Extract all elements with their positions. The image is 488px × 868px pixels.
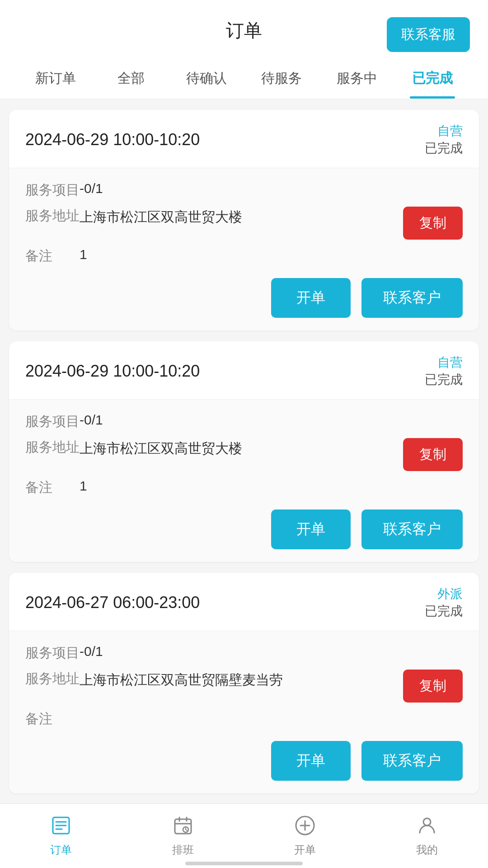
- address-value: 上海市松江区双高世贸大楼: [80, 207, 242, 227]
- address-label: 服务地址: [25, 438, 80, 457]
- note-row: 备注: [25, 710, 463, 728]
- mine-icon: [414, 813, 440, 838]
- home-indicator: [185, 862, 303, 865]
- order-list: 2024-06-29 10:00-10:20 自营 已完成 服务项目 -0/1 …: [0, 99, 488, 804]
- nav-item-orders[interactable]: 订单: [0, 804, 122, 868]
- copy-button[interactable]: 复制: [403, 207, 463, 240]
- order-header: 2024-06-29 10:00-10:20 自营 已完成: [9, 110, 479, 168]
- address-row: 服务地址 上海市松江区双高世贸大楼 复制: [25, 207, 463, 240]
- contact-customer-button[interactable]: 联系客户: [361, 278, 463, 318]
- address-label: 服务地址: [25, 670, 80, 688]
- action-row: 开单 联系客户: [25, 741, 463, 781]
- nav-item-mine[interactable]: 我的: [366, 804, 488, 868]
- tab-pending-service[interactable]: 待服务: [244, 57, 319, 99]
- order-meta: 自营 已完成: [425, 354, 463, 388]
- tab-in-service[interactable]: 服务中: [319, 57, 395, 99]
- order-card: 2024-06-27 06:00-23:00 外派 已完成 服务项目 -0/1 …: [9, 573, 479, 793]
- service-item-value: -0/1: [80, 644, 463, 659]
- page-title: 订单: [226, 18, 262, 43]
- order-header: 2024-06-27 06:00-23:00 外派 已完成: [9, 573, 479, 631]
- copy-button[interactable]: 复制: [403, 438, 463, 471]
- tab-new[interactable]: 新订单: [18, 57, 94, 99]
- service-item-row: 服务项目 -0/1: [25, 644, 463, 662]
- order-status: 已完成: [425, 140, 463, 157]
- nav-label-schedule: 排班: [172, 843, 194, 857]
- create-icon: [292, 813, 318, 838]
- schedule-icon: [170, 813, 196, 838]
- note-label: 备注: [25, 710, 80, 728]
- orders-icon: [48, 813, 74, 838]
- nav-item-schedule[interactable]: 排班: [122, 804, 244, 868]
- service-item-label: 服务项目: [25, 412, 80, 431]
- open-order-button[interactable]: 开单: [271, 509, 351, 549]
- action-row: 开单 联系客户: [25, 509, 463, 549]
- note-value: 1: [80, 247, 463, 262]
- contact-customer-button[interactable]: 联系客户: [361, 509, 463, 549]
- order-card: 2024-06-29 10:00-10:20 自营 已完成 服务项目 -0/1 …: [9, 341, 479, 562]
- service-item-label: 服务项目: [25, 181, 80, 199]
- address-label: 服务地址: [25, 207, 80, 225]
- service-item-value: -0/1: [80, 412, 463, 428]
- contact-customer-button[interactable]: 联系客户: [361, 741, 463, 781]
- nav-item-create[interactable]: 开单: [244, 804, 366, 868]
- nav-label-orders: 订单: [50, 843, 72, 857]
- tab-completed[interactable]: 已完成: [394, 57, 470, 99]
- order-datetime: 2024-06-29 10:00-10:20: [25, 362, 200, 381]
- open-order-button[interactable]: 开单: [271, 741, 351, 781]
- order-type: 自营: [425, 123, 463, 140]
- note-value: 1: [80, 478, 463, 494]
- contact-service-button[interactable]: 联系客服: [387, 17, 470, 52]
- nav-label-create: 开单: [294, 843, 316, 857]
- order-body: 服务项目 -0/1 服务地址 上海市松江区双高世贸大楼 复制 备注 1 开单 联…: [9, 400, 479, 562]
- address-value: 上海市松江区双高世贸隔壁麦当劳: [80, 670, 283, 690]
- order-meta: 自营 已完成: [425, 123, 463, 157]
- order-header: 2024-06-29 10:00-10:20 自营 已完成: [9, 341, 479, 400]
- tab-pending-confirm[interactable]: 待确认: [169, 57, 244, 99]
- nav-label-mine: 我的: [416, 843, 438, 857]
- address-row: 服务地址 上海市松江区双高世贸大楼 复制: [25, 438, 463, 471]
- svg-rect-4: [175, 819, 191, 834]
- order-body: 服务项目 -0/1 服务地址 上海市松江区双高世贸大楼 复制 备注 1 开单 联…: [9, 168, 479, 330]
- order-datetime: 2024-06-29 10:00-10:20: [25, 130, 200, 149]
- order-type: 外派: [425, 585, 463, 603]
- order-card: 2024-06-29 10:00-10:20 自营 已完成 服务项目 -0/1 …: [9, 110, 479, 330]
- note-label: 备注: [25, 478, 80, 497]
- open-order-button[interactable]: 开单: [271, 278, 351, 318]
- note-label: 备注: [25, 247, 80, 265]
- order-meta: 外派 已完成: [425, 585, 463, 620]
- copy-button[interactable]: 复制: [403, 670, 463, 703]
- address-row: 服务地址 上海市松江区双高世贸隔壁麦当劳 复制: [25, 670, 463, 703]
- order-type: 自营: [425, 354, 463, 371]
- tab-bar: 新订单 全部 待确认 待服务 服务中 已完成: [0, 57, 488, 99]
- address-value: 上海市松江区双高世贸大楼: [80, 438, 242, 458]
- svg-line-10: [186, 830, 187, 830]
- bottom-nav: 订单 排班 开单: [0, 803, 488, 868]
- service-item-value: -0/1: [80, 181, 463, 196]
- action-row: 开单 联系客户: [25, 278, 463, 318]
- order-status: 已完成: [425, 371, 463, 388]
- order-status: 已完成: [425, 603, 463, 620]
- note-row: 备注 1: [25, 478, 463, 497]
- header: 订单 联系客服: [0, 0, 488, 57]
- service-item-label: 服务项目: [25, 644, 80, 662]
- service-item-row: 服务项目 -0/1: [25, 412, 463, 431]
- service-item-row: 服务项目 -0/1: [25, 181, 463, 199]
- note-row: 备注 1: [25, 247, 463, 265]
- tab-all[interactable]: 全部: [94, 57, 169, 99]
- order-datetime: 2024-06-27 06:00-23:00: [25, 593, 200, 612]
- order-body: 服务项目 -0/1 服务地址 上海市松江区双高世贸隔壁麦当劳 复制 备注 开单 …: [9, 631, 479, 793]
- svg-point-14: [423, 818, 431, 826]
